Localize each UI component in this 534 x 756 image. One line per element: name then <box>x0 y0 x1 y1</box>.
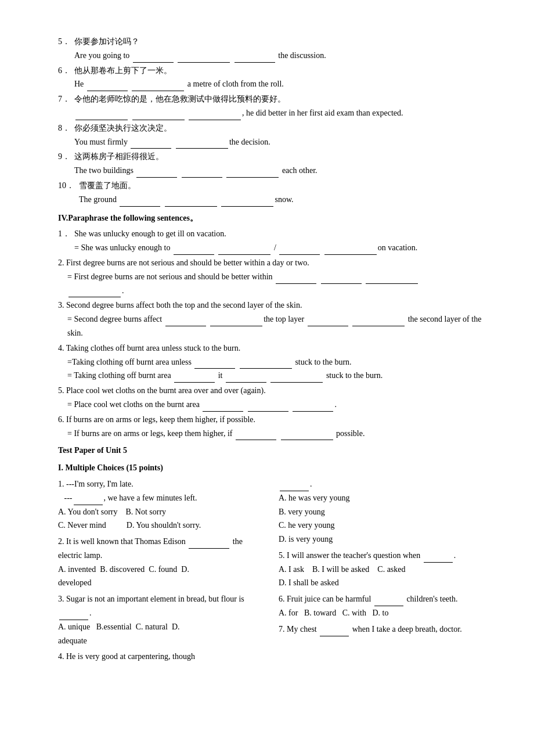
mc-q5-text: 5. I will answer the teacher's question … <box>279 549 488 563</box>
p2-blank2 <box>321 275 362 284</box>
p1-blank3 <box>279 246 320 255</box>
mc-q4-blank <box>280 482 309 491</box>
worksheet-container: 5． 你要参加讨论吗？ Are you going to the discuss… <box>58 35 488 666</box>
p6-blank1 <box>236 431 276 440</box>
mc-q1-optA: A. You don't sorry B. Not sorry <box>58 507 166 516</box>
q8-blank1 <box>131 139 171 149</box>
q10-blank1 <box>120 197 160 207</box>
q8-english: You must firmly the decision. <box>74 135 488 149</box>
p1-paraphrase: = She was unlucky enough to / on vacatio… <box>74 241 488 255</box>
p3-paraphrase: = Second degree burns affect the top lay… <box>58 312 488 340</box>
mc-q4: 4. He is very good at carpentering, thou… <box>58 650 267 664</box>
mc-q1-options2: C. Never mind D. You shouldn't sorry. <box>58 519 267 532</box>
q8-chinese: 你必须坚决执行这次决定。 <box>74 121 488 135</box>
mc-right-col: . A. he was very young B. very young C. … <box>279 477 488 666</box>
question-9: 9． 这两栋房子相距得很近。 The two buildings each ot… <box>58 150 488 178</box>
p5-sentence: 5. Place cool wet cloths on the burnt ar… <box>58 384 488 398</box>
q6-num: 6． <box>58 64 74 78</box>
q6-chinese: 他从那卷布上剪下了一米。 <box>74 64 488 78</box>
test-paper: Test Paper of Unit 5 I. Multiple Choices… <box>58 444 488 666</box>
mc-q4-optD: D. is very young <box>279 532 488 546</box>
mc-q1-blank-line: ---, we have a few minutes left. <box>58 491 267 505</box>
q6-content: 他从那卷布上剪下了一米。 He a metre of cloth from th… <box>74 64 488 92</box>
multiple-choice-title: I. Multiple Choices (15 points) <box>58 461 488 475</box>
q9-blank1 <box>136 168 177 178</box>
p6-blank2 <box>281 431 333 440</box>
paraphrase-5: 5. Place cool wet cloths on the burnt ar… <box>58 384 488 412</box>
mc-q4-optC: C. he very young <box>279 519 488 532</box>
mc-q5-optA: A. I ask B. I will be asked C. asked <box>279 563 488 577</box>
q6-blank1 <box>87 82 128 91</box>
mc-q3-options: A. unique B.essential C. natural D. <box>58 620 267 634</box>
mc-q1-optC: C. Never mind D. You shouldn't sorry. <box>58 521 201 530</box>
p4-blank2 <box>240 359 292 369</box>
p4-paraphrase1: =Taking clothing off burnt area unless s… <box>58 355 488 369</box>
mc-q7: 7. My chest when I take a deep breath, d… <box>279 622 488 636</box>
p3-blank4 <box>352 317 405 326</box>
q5-content: 你要参加讨论吗？ Are you going to the discussion… <box>74 35 488 63</box>
mc-q1-blank <box>74 496 103 505</box>
mc-q3-options2: adequate <box>58 634 267 648</box>
p4-sentence: 4. Taking clothes off burnt area unless … <box>58 341 488 355</box>
q10-content: 雪覆盖了地面。 The ground snow. <box>79 179 488 207</box>
mc-q1: 1. ---I'm sorry, I'm late. ---, we have … <box>58 477 267 532</box>
q7-blank3 <box>189 111 241 120</box>
mc-q1-text: 1. ---I'm sorry, I'm late. <box>58 477 267 491</box>
q7-num: 7． <box>58 92 74 106</box>
mc-q5-optD: D. I shall be asked <box>279 576 488 590</box>
q9-num: 9． <box>58 150 74 164</box>
p3-blank3 <box>308 317 348 326</box>
mc-two-col: 1. ---I'm sorry, I'm late. ---, we have … <box>58 477 488 666</box>
q8-blank2 <box>176 139 228 149</box>
p1-content: She was unlucky enough to get ill on vac… <box>74 227 488 255</box>
p3-sentence: 3. Second degree burns affect both the t… <box>58 298 488 312</box>
p2-paraphrase: = First degree burns are not serious and… <box>58 270 488 284</box>
p6-paraphrase: = If burns are on arms or legs, keep the… <box>58 427 488 441</box>
mc-q2-blank <box>189 539 229 549</box>
p5-paraphrase: = Place cool wet cloths on the burnt are… <box>58 398 488 412</box>
q5-blank3 <box>234 53 275 63</box>
mc-q6-options: A. for B. toward C. with D. to <box>279 606 488 620</box>
p3-blank2 <box>210 317 262 326</box>
p1-blank1 <box>174 246 214 255</box>
paraphrase-6: 6. If burns are on arms or legs, keep th… <box>58 413 488 441</box>
q5-english: Are you going to the discussion. <box>74 49 488 63</box>
q5-blank2 <box>178 53 230 63</box>
section-iv: IV.Paraphrase the following sentences。 1… <box>58 211 488 441</box>
q6-blank2 <box>132 82 184 91</box>
question-10: 10． 雪覆盖了地面。 The ground snow. <box>58 179 488 207</box>
p4-blank4 <box>226 373 266 383</box>
mc-q6-blank <box>374 597 403 606</box>
p1-blank2 <box>218 246 270 255</box>
mc-q7-blank <box>320 627 349 636</box>
mc-q2: 2. It is well known that Thomas Edison t… <box>58 535 267 590</box>
q10-chinese: 雪覆盖了地面。 <box>79 179 488 193</box>
q10-english: The ground snow. <box>79 193 488 207</box>
mc-q7-text: 7. My chest when I take a deep breath, d… <box>279 622 488 636</box>
mc-q2-text: 2. It is well known that Thomas Edison t… <box>58 535 267 563</box>
mc-q4-optB: B. very young <box>279 505 488 519</box>
mc-q5-blank <box>424 553 453 563</box>
q9-blank2 <box>182 168 222 178</box>
p1-blank4 <box>324 246 377 255</box>
q10-blank3 <box>221 197 273 207</box>
p5-blank3 <box>293 402 333 412</box>
paraphrase-4: 4. Taking clothes off burnt area unless … <box>58 341 488 383</box>
p1-sentence: She was unlucky enough to get ill on vac… <box>74 227 488 241</box>
q9-blank3 <box>226 168 279 178</box>
paraphrase-1: 1． She was unlucky enough to get ill on … <box>58 227 488 255</box>
mc-q3-blank <box>59 611 88 620</box>
q7-blank1 <box>75 111 128 120</box>
p2-blank3 <box>366 275 418 284</box>
q8-num: 8． <box>58 121 74 135</box>
mc-q1-options: A. You don't sorry B. Not sorry <box>58 505 267 519</box>
mc-left-col: 1. ---I'm sorry, I'm late. ---, we have … <box>58 477 267 666</box>
p4-blank1 <box>194 359 235 369</box>
mc-q6-text: 6. Fruit juice can be harmful children's… <box>279 592 488 606</box>
p5-blank2 <box>248 402 288 412</box>
section-iv-title: IV.Paraphrase the following sentences。 <box>58 211 488 225</box>
q10-blank2 <box>165 197 217 207</box>
mc-q2-options: A. invented B. discovered C. found D. <box>58 563 267 577</box>
p4-paraphrase2: = Taking clothing off burnt area it stuc… <box>58 369 488 383</box>
q9-english: The two buildings each other. <box>74 164 488 178</box>
